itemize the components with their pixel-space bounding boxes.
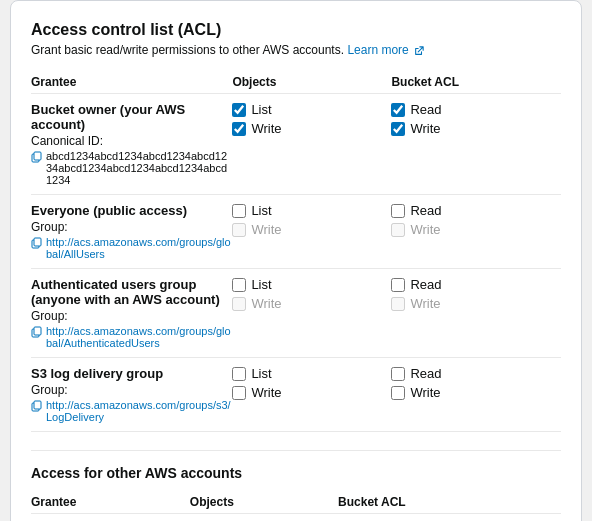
svg-rect-3 <box>34 238 41 246</box>
bucket-acl-checkbox-read[interactable] <box>391 204 405 218</box>
bucket-acl-checkbox-write[interactable] <box>391 122 405 136</box>
grantee-name: Everyone (public access) <box>31 203 232 218</box>
canonical-id-value: abcd1234abcd1234abcd1234abcd1234abcd1234… <box>31 150 232 186</box>
svg-rect-1 <box>34 152 41 160</box>
objects-checkbox-list[interactable] <box>232 204 246 218</box>
bucket-acl-checkbox-write[interactable] <box>391 386 405 400</box>
section-divider <box>31 450 561 451</box>
objects-checkbox-list[interactable] <box>232 103 246 117</box>
copy-icon <box>31 400 43 412</box>
bucket-acl-checkbox-write <box>391 223 405 237</box>
bucket-acl-checkbox-row-0: Read <box>391 366 561 381</box>
objects-checkbox-list[interactable] <box>232 278 246 292</box>
objects-checkbox-row-0: List <box>232 366 391 381</box>
objects-label-0: List <box>251 102 271 117</box>
objects-checkbox-row-0: List <box>232 277 391 292</box>
other-grantee-cell <box>31 514 190 522</box>
bucket-acl-label-1: Write <box>410 385 440 400</box>
other-objects-cell: ListWrite <box>190 514 338 522</box>
table-row: Everyone (public access)Group:http://acs… <box>31 195 561 269</box>
learn-more-link[interactable]: Learn more <box>347 43 424 57</box>
group-url-container: http://acs.amazonaws.com/groups/s3/LogDe… <box>31 399 232 423</box>
objects-checkbox-write <box>232 297 246 311</box>
copy-icon <box>31 151 43 163</box>
table-row: S3 log delivery groupGroup:http://acs.am… <box>31 358 561 432</box>
objects-checkbox-list[interactable] <box>232 367 246 381</box>
grantee-cell: Authenticated users group (anyone with a… <box>31 269 232 358</box>
bucket-acl-label-1: Write <box>410 296 440 311</box>
bucket-acl-checkbox-row-0: Read <box>391 277 561 292</box>
canonical-id-text: abcd1234abcd1234abcd1234abcd1234abcd1234… <box>46 150 232 186</box>
bucket-acl-checkbox-read[interactable] <box>391 278 405 292</box>
objects-label-1: Write <box>251 121 281 136</box>
objects-checkbox-write[interactable] <box>232 122 246 136</box>
other-accounts-row: ListWriteReadWriteRemove <box>31 514 561 522</box>
group-label: Group: <box>31 220 232 234</box>
grantee-cell: S3 log delivery groupGroup:http://acs.am… <box>31 358 232 432</box>
objects-cell: ListWrite <box>232 94 391 195</box>
canonical-id-label: Canonical ID: <box>31 134 232 148</box>
col-header-bucket-acl: Bucket ACL <box>391 71 561 94</box>
group-url: http://acs.amazonaws.com/groups/s3/LogDe… <box>46 399 232 423</box>
bucket-acl-checkbox-row-0: Read <box>391 102 561 117</box>
other-col-header-bucket-acl: Bucket ACL <box>338 491 486 514</box>
grantee-name: S3 log delivery group <box>31 366 232 381</box>
objects-checkbox-row-1: Write <box>232 385 391 400</box>
objects-cell: ListWrite <box>232 269 391 358</box>
other-accounts-table: Grantee Objects Bucket ACL ListWriteRead… <box>31 491 561 521</box>
external-link-icon <box>414 46 424 56</box>
objects-checkbox-row-0: List <box>232 203 391 218</box>
svg-rect-7 <box>34 401 41 409</box>
group-url-container: http://acs.amazonaws.com/groups/global/A… <box>31 236 232 260</box>
col-header-grantee: Grantee <box>31 71 232 94</box>
bucket-acl-cell: ReadWrite <box>391 269 561 358</box>
bucket-acl-checkbox-write <box>391 297 405 311</box>
other-action-cell: Remove <box>486 514 561 522</box>
other-bucket-acl-cell: ReadWrite <box>338 514 486 522</box>
bucket-acl-label-1: Write <box>410 121 440 136</box>
grantee-cell: Bucket owner (your AWS account)Canonical… <box>31 94 232 195</box>
bucket-acl-checkbox-row-1: Write <box>391 222 561 237</box>
objects-checkbox-row-0: List <box>232 102 391 117</box>
objects-cell: ListWrite <box>232 358 391 432</box>
acl-table: Grantee Objects Bucket ACL Bucket owner … <box>31 71 561 432</box>
copy-icon <box>31 326 43 338</box>
other-col-header-action <box>486 491 561 514</box>
objects-checkbox-row-1: Write <box>232 121 391 136</box>
objects-label-1: Write <box>251 296 281 311</box>
svg-rect-5 <box>34 327 41 335</box>
objects-checkbox-write[interactable] <box>232 386 246 400</box>
bucket-acl-label-0: Read <box>410 102 441 117</box>
objects-label-0: List <box>251 366 271 381</box>
group-url-container: http://acs.amazonaws.com/groups/global/A… <box>31 325 232 349</box>
other-accounts-title: Access for other AWS accounts <box>31 465 561 481</box>
bucket-acl-checkbox-read[interactable] <box>391 103 405 117</box>
objects-checkbox-row-1: Write <box>232 296 391 311</box>
objects-label-1: Write <box>251 385 281 400</box>
group-url: http://acs.amazonaws.com/groups/global/A… <box>46 236 232 260</box>
objects-label-1: Write <box>251 222 281 237</box>
group-label: Group: <box>31 309 232 323</box>
bucket-acl-cell: ReadWrite <box>391 195 561 269</box>
grantee-name: Bucket owner (your AWS account) <box>31 102 232 132</box>
bucket-acl-label-0: Read <box>410 366 441 381</box>
col-header-objects: Objects <box>232 71 391 94</box>
bucket-acl-cell: ReadWrite <box>391 358 561 432</box>
subtitle: Grant basic read/write permissions to ot… <box>31 43 561 57</box>
objects-label-0: List <box>251 277 271 292</box>
bucket-acl-checkbox-row-0: Read <box>391 203 561 218</box>
grantee-cell: Everyone (public access)Group:http://acs… <box>31 195 232 269</box>
copy-icon <box>31 237 43 249</box>
other-col-header-objects: Objects <box>190 491 338 514</box>
group-url: http://acs.amazonaws.com/groups/global/A… <box>46 325 232 349</box>
bucket-acl-cell: ReadWrite <box>391 94 561 195</box>
acl-card: Access control list (ACL) Grant basic re… <box>10 0 582 521</box>
group-label: Group: <box>31 383 232 397</box>
bucket-acl-label-1: Write <box>410 222 440 237</box>
bucket-acl-checkbox-row-1: Write <box>391 385 561 400</box>
bucket-acl-checkbox-read[interactable] <box>391 367 405 381</box>
objects-label-0: List <box>251 203 271 218</box>
table-row: Authenticated users group (anyone with a… <box>31 269 561 358</box>
grantee-name: Authenticated users group (anyone with a… <box>31 277 232 307</box>
objects-checkbox-row-1: Write <box>232 222 391 237</box>
